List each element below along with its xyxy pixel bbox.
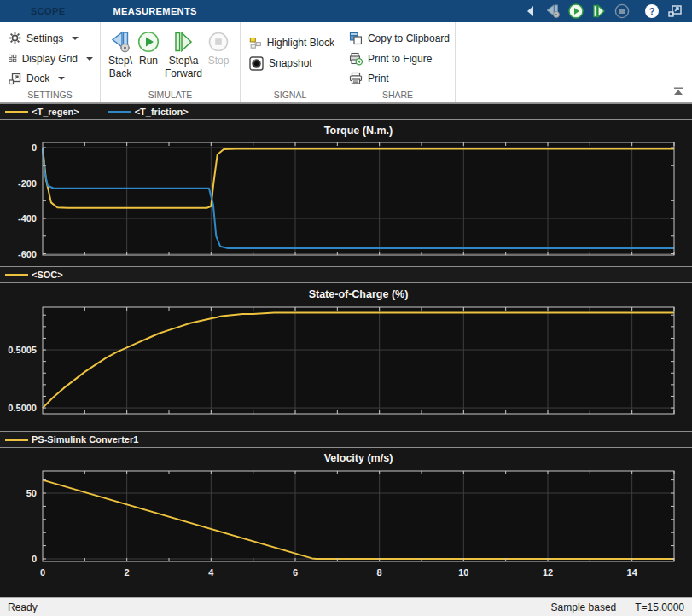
stop-label: Stop bbox=[208, 55, 230, 67]
run-icon bbox=[568, 3, 584, 19]
y-tick-label: -400 bbox=[18, 213, 37, 224]
legend-item[interactable]: <T_friction> bbox=[108, 107, 189, 117]
legend-item[interactable]: PS-Simulink Converter1 bbox=[5, 434, 138, 445]
stop-icon bbox=[207, 31, 230, 53]
print-button[interactable]: Print bbox=[347, 68, 451, 89]
snapshot-button[interactable]: Snapshot bbox=[247, 53, 336, 73]
x-tick-label: 10 bbox=[458, 567, 468, 578]
help-icon: ? bbox=[644, 3, 660, 19]
step-back-quick-button[interactable] bbox=[544, 3, 561, 20]
tab-scope[interactable]: SCOPE bbox=[19, 0, 78, 22]
x-tick-label: 14 bbox=[627, 567, 638, 578]
chevron-down-icon bbox=[86, 57, 93, 61]
y-tick-label: 0 bbox=[32, 142, 37, 153]
legend-label: PS-Simulink Converter1 bbox=[32, 434, 138, 445]
x-tick-label: 8 bbox=[377, 567, 382, 578]
section-signal: Highlight Block Snapshot SIGNAL bbox=[241, 22, 340, 102]
undock-icon bbox=[667, 4, 683, 18]
copy-to-clipboard-icon bbox=[349, 32, 363, 45]
run-icon bbox=[137, 31, 160, 53]
minimize-toolstrip-button[interactable] bbox=[673, 84, 683, 99]
quick-access-chevron-icon[interactable] bbox=[521, 3, 538, 20]
dock-label: Dock bbox=[26, 73, 49, 84]
section-label-share: SHARE bbox=[340, 90, 455, 100]
stop-quick-button[interactable] bbox=[613, 3, 631, 20]
print-to-figure-icon bbox=[349, 52, 363, 66]
step-back-label-line2: Back bbox=[109, 67, 132, 80]
quick-access-toolbar: ? bbox=[521, 3, 692, 20]
collapse-toolstrip-icon bbox=[673, 87, 683, 96]
legend-item[interactable]: <SOC> bbox=[5, 270, 63, 280]
legend-swatch bbox=[108, 111, 131, 113]
status-ready: Ready bbox=[8, 601, 38, 613]
step-forward-button[interactable]: Step\a Forward bbox=[162, 27, 205, 82]
scope-canvas: <T_regen> <T_friction> 0-200-400-600Torq… bbox=[0, 103, 692, 597]
highlight-block-button[interactable]: Highlight Block bbox=[247, 32, 336, 53]
print-label: Print bbox=[368, 73, 389, 84]
section-label-signal: SIGNAL bbox=[241, 90, 340, 100]
status-bar: Ready Sample based T=15.0000 bbox=[0, 597, 692, 616]
y-tick-label: -200 bbox=[18, 178, 37, 189]
legend-torque: <T_regen> <T_friction> bbox=[0, 103, 692, 120]
undock-quick-button[interactable] bbox=[666, 3, 683, 20]
settings-button[interactable]: Settings bbox=[7, 28, 95, 49]
x-tick-label: 4 bbox=[208, 567, 214, 578]
step-back-icon bbox=[544, 3, 561, 19]
section-settings: Settings Display Grid Dock SETTINGS bbox=[0, 22, 101, 102]
legend-soc: <SOC> bbox=[0, 266, 692, 283]
step-back-button[interactable]: Step\ Back bbox=[106, 27, 135, 82]
status-sim-time: T=15.0000 bbox=[635, 601, 684, 613]
chart-title: Torque (N.m.) bbox=[324, 125, 393, 137]
display-grid-label: Display Grid bbox=[22, 53, 78, 65]
legend-label: <T_regen> bbox=[32, 107, 79, 117]
chart-title: State-of-Charge (%) bbox=[309, 288, 409, 300]
x-tick-label: 12 bbox=[543, 567, 553, 578]
y-tick-label: -600 bbox=[18, 249, 37, 259]
step-forward-icon bbox=[592, 3, 606, 19]
status-sample-mode: Sample based bbox=[551, 601, 617, 613]
stop-button[interactable]: Stop bbox=[205, 27, 232, 69]
section-share: Copy to Clipboard Print to Figure Print … bbox=[340, 22, 456, 102]
print-to-figure-label: Print to Figure bbox=[368, 53, 432, 65]
legend-swatch bbox=[5, 111, 28, 113]
legend-label: <T_friction> bbox=[135, 107, 189, 117]
y-tick-label: 50 bbox=[26, 488, 37, 498]
dock-button[interactable]: Dock bbox=[7, 68, 95, 89]
display-grid-button[interactable]: Display Grid bbox=[7, 49, 95, 69]
titlebar: SCOPE MEASUREMENTS bbox=[0, 0, 692, 22]
legend-item[interactable]: <T_regen> bbox=[5, 107, 79, 117]
chevron-down-icon bbox=[58, 77, 65, 80]
x-tick-label: 2 bbox=[125, 567, 130, 578]
svg-text:?: ? bbox=[649, 6, 655, 16]
toolstrip-filler bbox=[456, 22, 692, 102]
snapshot-icon bbox=[249, 56, 264, 71]
legend-swatch bbox=[5, 274, 28, 276]
torque-plot[interactable]: 0-200-400-600Torque (N.m.) bbox=[0, 120, 692, 266]
stop-icon bbox=[614, 3, 630, 19]
settings-label: Settings bbox=[26, 32, 63, 44]
quick-access-divider bbox=[637, 4, 637, 18]
snapshot-label: Snapshot bbox=[269, 57, 312, 69]
legend-swatch bbox=[5, 439, 28, 441]
step-back-icon bbox=[108, 30, 132, 54]
print-icon bbox=[349, 72, 363, 85]
legend-label: <SOC> bbox=[32, 270, 63, 280]
tab-measurements[interactable]: MEASUREMENTS bbox=[102, 0, 209, 22]
print-to-figure-button[interactable]: Print to Figure bbox=[347, 49, 451, 69]
help-button[interactable]: ? bbox=[643, 3, 660, 20]
y-tick-label: 0.5005 bbox=[8, 345, 37, 355]
section-simulate: Step\ Back Run S bbox=[101, 22, 241, 102]
step-forward-quick-button[interactable] bbox=[590, 3, 608, 20]
step-forward-label-line1: Step\a bbox=[169, 55, 199, 67]
velocity-plot[interactable]: 50002468101214Velocity (m/s) bbox=[0, 448, 692, 597]
section-label-settings: SETTINGS bbox=[0, 90, 100, 100]
step-back-label-line1: Step\ bbox=[108, 55, 132, 67]
copy-to-clipboard-label: Copy to Clipboard bbox=[368, 32, 450, 44]
toolstrip: Settings Display Grid Dock SETTINGS bbox=[0, 22, 692, 103]
x-tick-label: 6 bbox=[293, 567, 298, 578]
run-button[interactable]: Run bbox=[135, 27, 162, 69]
run-quick-button[interactable] bbox=[567, 3, 584, 20]
copy-to-clipboard-button[interactable]: Copy to Clipboard bbox=[347, 28, 451, 49]
x-tick-label: 0 bbox=[40, 567, 45, 578]
state-of-charge-plot[interactable]: 0.50050.5000State-of-Charge (%) bbox=[0, 283, 692, 431]
